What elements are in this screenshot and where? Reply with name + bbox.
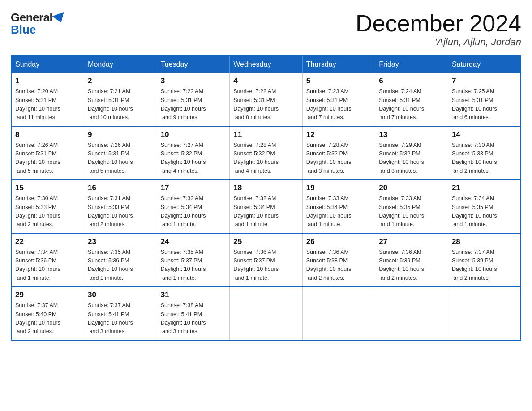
calendar-cell [302,287,375,340]
calendar-cell: 9 Sunrise: 7:26 AMSunset: 5:31 PMDayligh… [84,126,157,180]
day-number: 11 [233,130,299,139]
day-number: 4 [233,77,299,86]
logo-blue-container [52,14,66,22]
day-number: 17 [161,184,226,193]
logo-triangle-icon [52,12,67,24]
day-number: 26 [306,237,372,246]
calendar-cell: 7 Sunrise: 7:25 AMSunset: 5:31 PMDayligh… [448,73,521,126]
calendar-cell: 25 Sunrise: 7:36 AMSunset: 5:37 PMDaylig… [230,233,303,287]
day-info: Sunrise: 7:36 AMSunset: 5:37 PMDaylight:… [233,248,299,283]
calendar-cell: 5 Sunrise: 7:23 AMSunset: 5:31 PMDayligh… [302,73,375,126]
calendar-cell: 18 Sunrise: 7:32 AMSunset: 5:34 PMDaylig… [230,180,303,233]
col-header-tuesday: Tuesday [157,56,230,73]
calendar-cell: 12 Sunrise: 7:28 AMSunset: 5:32 PMDaylig… [302,126,375,180]
day-number: 15 [15,184,80,193]
day-number: 8 [15,130,80,139]
day-info: Sunrise: 7:28 AMSunset: 5:32 PMDaylight:… [233,141,299,176]
calendar-cell: 22 Sunrise: 7:34 AMSunset: 5:36 PMDaylig… [11,233,84,287]
day-info: Sunrise: 7:24 AMSunset: 5:31 PMDaylight:… [379,87,444,122]
day-number: 20 [379,184,444,193]
day-info: Sunrise: 7:36 AMSunset: 5:39 PMDaylight:… [379,248,444,283]
day-info: Sunrise: 7:30 AMSunset: 5:33 PMDaylight:… [15,194,80,229]
day-number: 14 [452,130,517,139]
calendar-cell: 3 Sunrise: 7:22 AMSunset: 5:31 PMDayligh… [157,73,230,126]
day-number: 31 [161,291,226,300]
calendar-cell: 8 Sunrise: 7:26 AMSunset: 5:31 PMDayligh… [11,126,84,180]
day-info: Sunrise: 7:32 AMSunset: 5:34 PMDaylight:… [233,194,299,229]
day-info: Sunrise: 7:22 AMSunset: 5:31 PMDaylight:… [233,87,299,122]
day-info: Sunrise: 7:30 AMSunset: 5:33 PMDaylight:… [452,141,517,176]
calendar-week-row: 8 Sunrise: 7:26 AMSunset: 5:31 PMDayligh… [11,126,521,180]
calendar-cell: 6 Sunrise: 7:24 AMSunset: 5:31 PMDayligh… [375,73,448,126]
col-header-saturday: Saturday [448,56,521,73]
calendar-cell: 31 Sunrise: 7:38 AMSunset: 5:41 PMDaylig… [157,287,230,340]
calendar-week-row: 22 Sunrise: 7:34 AMSunset: 5:36 PMDaylig… [11,233,521,287]
day-info: Sunrise: 7:38 AMSunset: 5:41 PMDaylight:… [161,301,226,336]
day-number: 13 [379,130,444,139]
logo: General Blue [11,11,66,37]
calendar-cell: 29 Sunrise: 7:37 AMSunset: 5:40 PMDaylig… [11,287,84,340]
day-info: Sunrise: 7:21 AMSunset: 5:31 PMDaylight:… [88,87,153,122]
calendar-cell: 4 Sunrise: 7:22 AMSunset: 5:31 PMDayligh… [230,73,303,126]
day-number: 19 [306,184,372,193]
day-number: 5 [306,77,372,86]
day-number: 22 [15,237,80,246]
day-info: Sunrise: 7:37 AMSunset: 5:40 PMDaylight:… [15,301,80,336]
day-info: Sunrise: 7:20 AMSunset: 5:31 PMDaylight:… [15,87,80,122]
calendar-week-row: 1 Sunrise: 7:20 AMSunset: 5:31 PMDayligh… [11,73,521,126]
calendar-cell [375,287,448,340]
day-number: 2 [88,77,153,86]
day-number: 1 [15,77,80,86]
calendar-cell: 13 Sunrise: 7:29 AMSunset: 5:32 PMDaylig… [375,126,448,180]
calendar-cell: 17 Sunrise: 7:32 AMSunset: 5:34 PMDaylig… [157,180,230,233]
day-info: Sunrise: 7:35 AMSunset: 5:37 PMDaylight:… [161,248,226,283]
day-number: 21 [452,184,517,193]
day-info: Sunrise: 7:37 AMSunset: 5:39 PMDaylight:… [452,248,517,283]
day-info: Sunrise: 7:34 AMSunset: 5:35 PMDaylight:… [452,194,517,229]
day-info: Sunrise: 7:26 AMSunset: 5:31 PMDaylight:… [15,141,80,176]
calendar-table: SundayMondayTuesdayWednesdayThursdayFrid… [11,55,521,341]
day-number: 9 [88,130,153,139]
day-info: Sunrise: 7:33 AMSunset: 5:35 PMDaylight:… [379,194,444,229]
calendar-cell: 19 Sunrise: 7:33 AMSunset: 5:34 PMDaylig… [302,180,375,233]
page-header: General Blue December 2024 'Ajlun, Ajlun… [11,11,521,48]
day-info: Sunrise: 7:31 AMSunset: 5:33 PMDaylight:… [88,194,153,229]
calendar-cell: 28 Sunrise: 7:37 AMSunset: 5:39 PMDaylig… [448,233,521,287]
day-info: Sunrise: 7:29 AMSunset: 5:32 PMDaylight:… [379,141,444,176]
calendar-week-row: 29 Sunrise: 7:37 AMSunset: 5:40 PMDaylig… [11,287,521,340]
day-number: 3 [161,77,226,86]
calendar-cell: 14 Sunrise: 7:30 AMSunset: 5:33 PMDaylig… [448,126,521,180]
calendar-cell: 24 Sunrise: 7:35 AMSunset: 5:37 PMDaylig… [157,233,230,287]
day-info: Sunrise: 7:32 AMSunset: 5:34 PMDaylight:… [161,194,226,229]
col-header-thursday: Thursday [302,56,375,73]
day-number: 23 [88,237,153,246]
day-info: Sunrise: 7:25 AMSunset: 5:31 PMDaylight:… [452,87,517,122]
calendar-cell: 15 Sunrise: 7:30 AMSunset: 5:33 PMDaylig… [11,180,84,233]
day-number: 16 [88,184,153,193]
day-number: 29 [15,291,80,300]
day-info: Sunrise: 7:27 AMSunset: 5:32 PMDaylight:… [161,141,226,176]
col-header-wednesday: Wednesday [230,56,303,73]
day-info: Sunrise: 7:23 AMSunset: 5:31 PMDaylight:… [306,87,372,122]
calendar-cell: 11 Sunrise: 7:28 AMSunset: 5:32 PMDaylig… [230,126,303,180]
col-header-monday: Monday [84,56,157,73]
location-subtitle: 'Ajlun, Ajlun, Jordan [356,36,521,48]
calendar-cell: 26 Sunrise: 7:36 AMSunset: 5:38 PMDaylig… [302,233,375,287]
col-header-friday: Friday [375,56,448,73]
day-number: 7 [452,77,517,86]
day-number: 18 [233,184,299,193]
day-number: 27 [379,237,444,246]
calendar-week-row: 15 Sunrise: 7:30 AMSunset: 5:33 PMDaylig… [11,180,521,233]
day-number: 24 [161,237,226,246]
calendar-cell: 1 Sunrise: 7:20 AMSunset: 5:31 PMDayligh… [11,73,84,126]
day-info: Sunrise: 7:33 AMSunset: 5:34 PMDaylight:… [306,194,372,229]
day-info: Sunrise: 7:37 AMSunset: 5:41 PMDaylight:… [88,301,153,336]
day-number: 25 [233,237,299,246]
logo-blue-text: Blue [11,23,36,37]
calendar-cell: 20 Sunrise: 7:33 AMSunset: 5:35 PMDaylig… [375,180,448,233]
day-number: 12 [306,130,372,139]
calendar-cell: 10 Sunrise: 7:27 AMSunset: 5:32 PMDaylig… [157,126,230,180]
day-info: Sunrise: 7:22 AMSunset: 5:31 PMDaylight:… [161,87,226,122]
calendar-cell: 27 Sunrise: 7:36 AMSunset: 5:39 PMDaylig… [375,233,448,287]
day-number: 6 [379,77,444,86]
